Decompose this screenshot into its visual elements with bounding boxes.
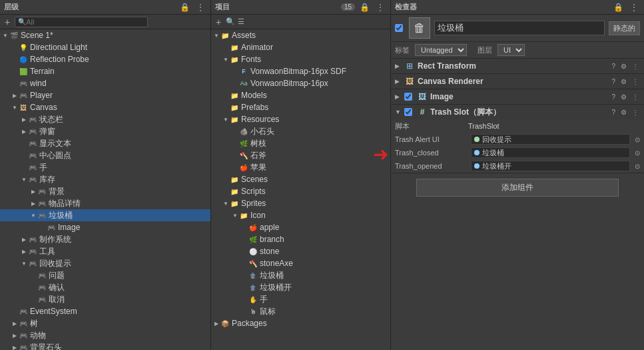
project-item-scenes[interactable]: 📁 Scenes [211, 173, 390, 185]
image-enabled-checkbox[interactable] [404, 93, 412, 101]
project-item-assets[interactable]: ▼ 📁 Assets [211, 29, 390, 41]
image-menu-icon[interactable]: ⋮ [631, 93, 640, 101]
tag-select[interactable]: Untagged [415, 44, 467, 56]
trash-slot-enabled-checkbox[interactable] [404, 108, 412, 116]
inspector-lock-icon[interactable]: 🔒 [611, 2, 625, 13]
project-item-models[interactable]: 📁 Models [211, 89, 390, 101]
rect-transform-help-icon[interactable]: ? [610, 63, 617, 70]
project-item-font1[interactable]: F VonwaonBitmap-16px SDF [211, 65, 390, 77]
hierarchy-item-eventsys[interactable]: 🎮 EventSystem [0, 305, 210, 317]
project-item-prefabs[interactable]: 📁 Prefabs [211, 101, 390, 113]
hierarchy-item-question[interactable]: 🎮 问题 [0, 269, 210, 281]
hierarchy-item-cancel[interactable]: 🎮 取消 [0, 293, 210, 305]
project-item-s-trashopen[interactable]: 🗑 垃圾桶开 [211, 281, 390, 293]
hierarchy-item-trash[interactable]: ▼ 🎮 垃圾桶 [0, 209, 210, 221]
object-name-field[interactable] [434, 21, 605, 35]
hierarchy-item-terrain[interactable]: 🟩 Terrain [0, 65, 210, 77]
project-item-s-stone[interactable]: ⚪ stone [211, 245, 390, 257]
object-active-checkbox[interactable] [395, 24, 403, 32]
hierarchy-item-itemdetail[interactable]: ▶ 🎮 物品详情 [0, 197, 210, 209]
hierarchy-item-image[interactable]: 🎮 Image [0, 221, 210, 233]
hierarchy-item-bgrock[interactable]: ▶ 🎮 背景石头 [0, 341, 210, 350]
project-menu-icon[interactable]: ⋮ [374, 2, 386, 13]
hierarchy-menu-icon[interactable]: ⋮ [194, 2, 206, 13]
resources-arrow: ▼ [222, 115, 230, 123]
hierarchy-item-wind[interactable]: 🎮 wind [0, 77, 210, 89]
hierarchy-item-statusbar[interactable]: ▶ 🎮 状态栏 [0, 113, 210, 125]
hierarchy-item-tree[interactable]: ▶ 🎮 树 [0, 317, 210, 329]
project-panel: 项目 15 🔒 ⋮ + 🔍 ☰ ▼ 📁 Assets [211, 0, 391, 350]
hierarchy-item-confirm[interactable]: 🎮 确认 [0, 281, 210, 293]
trash-slot-header[interactable]: ▼ # Trash Slot（脚本） ? ⚙ ⋮ [391, 105, 644, 119]
scripts-label: Scripts [241, 187, 390, 196]
project-item-s-cursor[interactable]: 🖱 鼠标 [211, 305, 390, 317]
project-item-axe[interactable]: 🪓 石斧 [211, 149, 390, 161]
project-lock-icon[interactable]: 🔒 [358, 2, 372, 13]
s-trashopen-arrow [240, 283, 248, 291]
opened-ref-pick-icon[interactable]: ⊙ [635, 163, 640, 170]
rect-transform-header[interactable]: ▶ ⊞ Rect Transform ? ⚙ ⋮ [391, 59, 644, 73]
trash-slot-menu-icon[interactable]: ⋮ [631, 109, 640, 116]
project-item-s-branch[interactable]: 🌿 branch [211, 233, 390, 245]
prop-opened-row: Trash_opened 垃圾桶开 ⊙ [391, 159, 644, 173]
project-item-s-trash[interactable]: 🗑 垃圾桶 [211, 269, 390, 281]
canvas-renderer-menu-icon[interactable]: ⋮ [631, 78, 640, 85]
hierarchy-item-recycle[interactable]: ▼ 🎮 回收提示 [0, 257, 210, 269]
hierarchy-add-btn[interactable]: + [3, 17, 12, 27]
project-add-btn[interactable]: + [214, 17, 223, 27]
trash-slot-help-icon[interactable]: ? [610, 109, 617, 116]
hierarchy-item-player[interactable]: ▶ 🎮 Player [0, 89, 210, 101]
closed-ref-pick-icon[interactable]: ⊙ [635, 149, 640, 157]
canvas-renderer-help-icon[interactable]: ? [610, 78, 617, 85]
project-item-sprites[interactable]: ▼ 📁 Sprites [211, 197, 390, 209]
hierarchy-item-bg[interactable]: ▶ 🎮 背景 [0, 185, 210, 197]
project-item-apple[interactable]: 🍎 苹果 [211, 161, 390, 173]
hierarchy-search[interactable]: 🔍 [15, 17, 148, 27]
static-button[interactable]: 静态的 [609, 21, 640, 35]
alert-ref-pick-icon[interactable]: ⊙ [635, 136, 640, 143]
hierarchy-item-inventory[interactable]: ▼ 🎮 库存 [0, 173, 210, 185]
prop-closed-value[interactable]: 垃圾桶 [471, 147, 630, 158]
project-item-rock[interactable]: 🪨 小石头 [211, 125, 390, 137]
project-item-font2[interactable]: Aa VonwaonBitmap-16px [211, 77, 390, 89]
hierarchy-search-input[interactable] [26, 18, 133, 26]
image-settings-icon[interactable]: ⚙ [619, 93, 628, 101]
hierarchy-item-displaytext[interactable]: 🎮 显示文本 [0, 137, 210, 149]
project-item-resources[interactable]: ▼ 📁 Resources [211, 113, 390, 125]
image-header[interactable]: ▶ 🖼 Image ? ⚙ ⋮ [391, 89, 644, 104]
layer-select[interactable]: UI [497, 44, 525, 56]
project-item-s-stoneaxe[interactable]: 🪓 stoneAxe [211, 257, 390, 269]
rect-transform-menu-icon[interactable]: ⋮ [631, 63, 640, 70]
rect-transform-settings-icon[interactable]: ⚙ [619, 63, 628, 70]
canvas-renderer-settings-icon[interactable]: ⚙ [619, 78, 628, 85]
trash-slot-settings-icon[interactable]: ⚙ [619, 109, 628, 116]
prop-opened-value[interactable]: 垃圾桶开 [471, 161, 630, 171]
hierarchy-lock-icon[interactable]: 🔒 [178, 2, 192, 13]
prop-alert-value[interactable]: 回收提示 [471, 134, 630, 145]
add-component-button[interactable]: 添加组件 [416, 179, 619, 197]
canvas-renderer-header[interactable]: ▶ 🖼 Canvas Renderer ? ⚙ ⋮ [391, 74, 644, 89]
project-item-scripts[interactable]: 📁 Scripts [211, 185, 390, 197]
image-help-icon[interactable]: ? [610, 93, 617, 101]
hierarchy-item-dirlight[interactable]: 💡 Directional Light [0, 41, 210, 53]
hierarchy-item-bullet[interactable]: ▶ 🎮 弹窗 [0, 125, 210, 137]
hierarchy-item-centerpoint[interactable]: 🎮 中心圆点 [0, 149, 210, 161]
eventsys-icon: 🎮 [19, 307, 28, 316]
hierarchy-item-hand[interactable]: 🎮 手 [0, 161, 210, 173]
hierarchy-item-animal[interactable]: ▶ 🎮 动物 [0, 329, 210, 341]
hierarchy-item-tools[interactable]: ▶ 🎮 工具 [0, 245, 210, 257]
hierarchy-item-reflprobe[interactable]: 🔵 Reflection Probe [0, 53, 210, 65]
project-item-s-hand[interactable]: ✋ 手 [211, 293, 390, 305]
hand-label: 手 [39, 162, 210, 173]
project-item-animator[interactable]: 📁 Animator [211, 41, 390, 53]
inspector-menu-icon[interactable]: ⋮ [628, 2, 640, 13]
hierarchy-item-canvas[interactable]: ▼ 🖼 Canvas [0, 101, 210, 113]
hierarchy-item-craftingsys[interactable]: ▶ 🎮 制作系统 [0, 233, 210, 245]
project-item-icon-folder[interactable]: ▼ 📁 Icon [211, 209, 390, 221]
project-item-fonts[interactable]: ▼ 📁 Fonts [211, 53, 390, 65]
project-item-branch[interactable]: 🌿 树枝 [211, 137, 390, 149]
project-item-s-apple[interactable]: 🍎 apple [211, 221, 390, 233]
project-item-packages[interactable]: ▶ 📦 Packages [211, 317, 390, 329]
hierarchy-item-scene[interactable]: ▼ 🎬 Scene 1* [0, 29, 210, 41]
itemdetail-label: 物品详情 [49, 198, 210, 209]
